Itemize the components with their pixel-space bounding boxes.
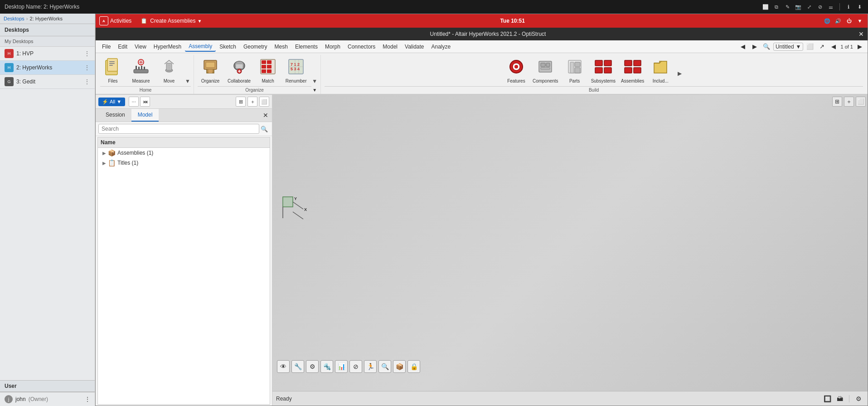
display-icon[interactable]: ⬜	[761, 3, 770, 11]
resize-icon[interactable]: ⤢	[805, 3, 813, 11]
info-icon[interactable]: ℹ	[844, 3, 853, 11]
camera-icon[interactable]: 📷	[794, 3, 802, 11]
block-icon[interactable]: ⊘	[816, 3, 824, 11]
download-icon[interactable]: ⬇	[855, 3, 863, 11]
system-bar: Desktop Name: 2: HyperWorks ⬜ ⧉ ✎ 📷 ⤢ ⊘ …	[0, 0, 868, 14]
mixer-icon[interactable]: ⚌	[827, 3, 835, 11]
copy-icon[interactable]: ⧉	[772, 3, 781, 11]
system-bar-right: ⬜ ⧉ ✎ 📷 ⤢ ⊘ ⚌ ℹ ⬇	[761, 3, 863, 11]
pencil-icon[interactable]: ✎	[783, 3, 791, 11]
system-bar-left: Desktop Name: 2: HyperWorks	[5, 4, 79, 10]
system-title: Desktop Name: 2: HyperWorks	[5, 4, 79, 10]
